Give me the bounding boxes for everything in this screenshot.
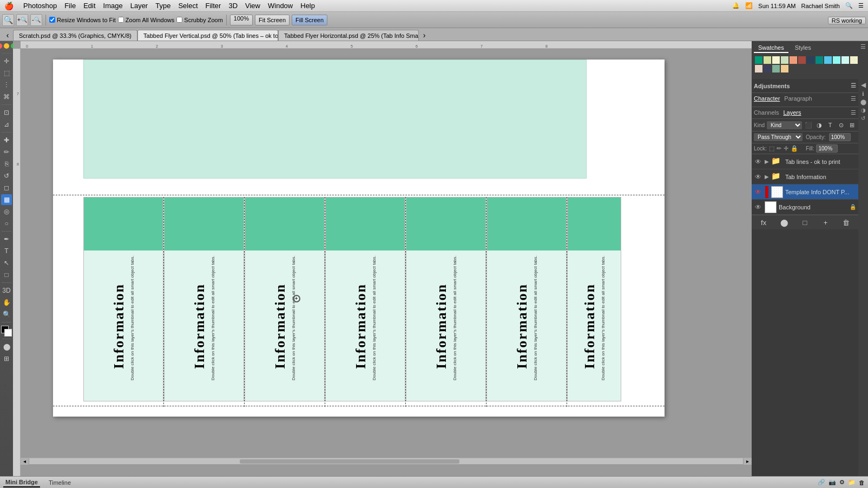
move-tool[interactable]: ✛: [1, 56, 12, 67]
magic-wand-tool[interactable]: ⌘: [1, 91, 12, 102]
zoom-percent[interactable]: 100%: [230, 15, 253, 25]
adjustments-options[interactable]: ☰: [851, 82, 856, 89]
history-brush-tool[interactable]: ↺: [1, 170, 12, 181]
filter-type-icon[interactable]: T: [826, 121, 834, 129]
fill-input[interactable]: [816, 144, 838, 153]
document-canvas[interactable]: Information Double click on this layer's…: [53, 60, 665, 417]
collapse-icon[interactable]: ◀: [861, 81, 866, 89]
zoom-in-icon[interactable]: +🔍: [16, 14, 28, 26]
resize-windows-checkbox[interactable]: Resize Windows to Fit: [49, 17, 116, 23]
swatch-7[interactable]: [816, 56, 823, 64]
swatch-3[interactable]: [781, 56, 788, 64]
layer-visibility-icon-4[interactable]: 👁: [754, 203, 762, 212]
workspace-selector[interactable]: RS working: [828, 17, 866, 24]
menu-help[interactable]: Help: [300, 2, 315, 10]
type-tool[interactable]: T: [1, 246, 12, 256]
notification-icon[interactable]: 🔔: [732, 2, 740, 9]
lock-all-icon[interactable]: 🔒: [791, 145, 798, 152]
scrubby-zoom-checkbox[interactable]: Scrubby Zoom: [176, 17, 223, 23]
swatch-8[interactable]: [824, 56, 832, 64]
swatch-1[interactable]: [764, 56, 771, 64]
swatch-4[interactable]: [790, 56, 797, 64]
bridge-camera-icon[interactable]: 📷: [828, 479, 836, 486]
zoom-all-windows-checkbox[interactable]: Zoom All Windows: [118, 17, 174, 23]
opacity-input[interactable]: [829, 133, 851, 141]
add-style-btn[interactable]: fx: [758, 217, 769, 228]
character-tab[interactable]: Character: [754, 95, 780, 102]
adjustment-icon[interactable]: ◑: [861, 107, 866, 113]
color-icon[interactable]: ⬤: [860, 99, 866, 105]
tab-card-3[interactable]: Information Double click on this layer's…: [245, 197, 325, 401]
filter-pixel-icon[interactable]: ⬛: [804, 121, 813, 129]
layer-template-info[interactable]: 👁 Template Info DONT P...: [752, 184, 858, 200]
menu-photoshop[interactable]: Photoshop: [23, 2, 57, 10]
styles-tab[interactable]: Styles: [791, 43, 816, 53]
layer-background[interactable]: 👁 Background 🔒: [752, 200, 858, 215]
lock-image-icon[interactable]: ✏: [777, 145, 781, 152]
tab-card-6[interactable]: Information Double click on this layer's…: [486, 197, 567, 401]
shape-tool[interactable]: □: [1, 269, 12, 280]
eyedropper-tool[interactable]: ⊿: [1, 119, 12, 130]
bridge-tab-mini[interactable]: Mini Bridge: [3, 478, 40, 487]
swatch-12[interactable]: [755, 65, 762, 72]
channels-tab[interactable]: Channels: [754, 109, 779, 116]
hand-tool[interactable]: ✋: [1, 297, 12, 308]
layer-visibility-icon[interactable]: 👁: [754, 157, 762, 166]
3d-tool[interactable]: 3D: [1, 285, 12, 296]
bridge-folder-icon[interactable]: 📁: [848, 479, 856, 486]
swatch-13[interactable]: [764, 65, 771, 72]
paragraph-tab[interactable]: Paragraph: [784, 95, 812, 102]
tab-card-5[interactable]: Information Double click on this layer's…: [406, 197, 486, 401]
swatch-9[interactable]: [833, 56, 840, 64]
lock-position-icon[interactable]: ✛: [784, 145, 788, 152]
layer-tab-information[interactable]: 👁 ▶ 📁 Tab Information: [752, 169, 858, 184]
zoom-tool[interactable]: 🔍: [1, 309, 12, 320]
bridge-trash-icon[interactable]: 🗑: [859, 479, 865, 486]
crop-tool[interactable]: ⊡: [1, 107, 12, 118]
layer-tab-lines[interactable]: 👁 ▶ 📁 Tab lines - ok to print: [752, 154, 858, 169]
filter-shape-icon[interactable]: ⊙: [837, 121, 845, 129]
menu-type[interactable]: Type: [155, 2, 170, 10]
foreground-color[interactable]: [1, 326, 12, 337]
info-icon[interactable]: ℹ: [862, 91, 864, 97]
eraser-tool[interactable]: ◻: [1, 182, 12, 193]
menu-select[interactable]: Select: [178, 2, 198, 10]
menu-icon[interactable]: ☰: [858, 2, 864, 9]
close-button[interactable]: [0, 43, 2, 49]
minimize-button[interactable]: [4, 43, 9, 49]
new-layer-btn[interactable]: +: [820, 217, 831, 228]
apple-menu[interactable]: 🍎: [4, 2, 14, 10]
tab-card-7[interactable]: Information Double click on this layer's…: [567, 197, 621, 401]
swatch-15[interactable]: [781, 65, 788, 72]
blend-mode-select[interactable]: Pass Through: [754, 133, 803, 141]
tab-card-2[interactable]: Information Double click on this layer's…: [164, 197, 244, 401]
char-panel-options[interactable]: ☰: [851, 95, 856, 102]
fill-screen-button[interactable]: Fill Screen: [292, 15, 327, 25]
bridge-tab-timeline[interactable]: Timeline: [47, 478, 73, 487]
scrollbar-horizontal[interactable]: ◂ ▸: [21, 458, 752, 464]
brush-tool[interactable]: ✏: [1, 147, 12, 157]
swatch-2[interactable]: [772, 56, 780, 64]
history-icon[interactable]: ↺: [861, 115, 865, 121]
menu-edit[interactable]: Edit: [83, 2, 95, 10]
tab-card-4[interactable]: Information Double click on this layer's…: [325, 197, 405, 401]
lasso-tool[interactable]: ⵗ: [1, 80, 12, 90]
menu-layer[interactable]: Layer: [130, 2, 148, 10]
canvas-white[interactable]: Information Double click on this layer's…: [21, 49, 752, 476]
filter-adj-icon[interactable]: ◑: [815, 121, 824, 129]
menu-3d[interactable]: 3D: [228, 2, 238, 10]
bridge-settings-icon[interactable]: ⚙: [839, 479, 845, 486]
layers-main-tab[interactable]: Layers: [783, 109, 801, 116]
menu-image[interactable]: Image: [103, 2, 123, 10]
menu-file[interactable]: File: [64, 2, 76, 10]
layer-visibility-icon-3[interactable]: 👁: [754, 188, 762, 196]
tab-scratch[interactable]: Scratch.psd @ 33.3% (Graphics, CMYK/8): [13, 30, 137, 41]
swatches-tab[interactable]: Swatches: [754, 43, 788, 53]
tab-arrow-right[interactable]: ›: [419, 30, 430, 41]
blur-tool[interactable]: ◎: [1, 206, 12, 217]
swatch-0[interactable]: [755, 56, 762, 64]
delete-layer-btn[interactable]: 🗑: [841, 217, 852, 228]
zoom-out-icon[interactable]: -🔍: [30, 14, 42, 26]
healing-tool[interactable]: ✚: [1, 135, 12, 146]
tab-card-1[interactable]: Information Double click on this layer's…: [83, 197, 163, 401]
